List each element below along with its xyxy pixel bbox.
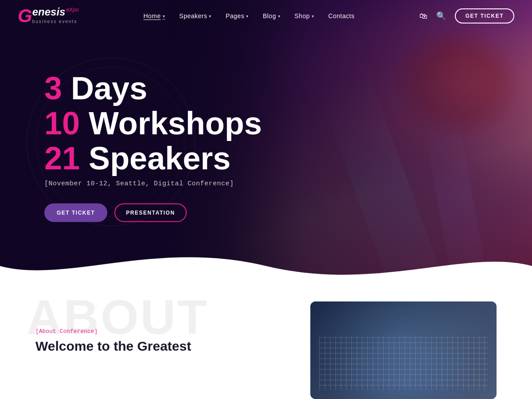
hero-text-days: Days	[71, 70, 147, 106]
chevron-down-icon: ▾	[246, 14, 249, 19]
about-title: Welcome to the Greatest	[35, 338, 275, 354]
chevron-down-icon: ▾	[163, 14, 165, 19]
logo-expo: eXpo	[66, 7, 78, 13]
hero-num-speakers: 21	[44, 141, 80, 176]
nav-link-contacts[interactable]: Contacts	[328, 12, 354, 20]
nav-link-blog[interactable]: Blog ▾	[263, 12, 281, 20]
nav-item-pages[interactable]: Pages ▾	[226, 12, 249, 20]
nav-item-contacts[interactable]: Contacts	[328, 12, 354, 20]
wave-divider	[0, 239, 532, 284]
logo-enesis: enesis	[32, 7, 66, 17]
hero-text-speakers: Speakers	[89, 141, 231, 176]
hero-num-workshops: 10	[44, 106, 80, 141]
nav-link-home[interactable]: Home ▾	[143, 12, 165, 20]
hero-buttons: GET TICKET PRESENTATION	[44, 203, 262, 222]
logo-g: G	[18, 7, 32, 25]
logo-sub: business events	[32, 19, 79, 24]
nav-links: Home ▾ Speakers ▾ Pages ▾ Blog ▾ Shop	[143, 12, 354, 20]
about-left: ABOUT [About Conference] Welcome to the …	[35, 301, 275, 354]
hero-section: 3 Days 10 Workshops 21 Speakers [Novembe…	[0, 0, 532, 284]
hero-line-2: 10 Workshops	[44, 106, 262, 141]
about-image	[310, 301, 497, 399]
get-ticket-button[interactable]: GET TICKET	[44, 203, 107, 222]
nav-link-pages[interactable]: Pages ▾	[226, 12, 249, 20]
nav-item-home[interactable]: Home ▾	[143, 12, 165, 20]
nav-link-shop[interactable]: Shop ▾	[294, 12, 314, 20]
hero-num-days: 3	[44, 70, 62, 106]
about-img-bg	[310, 301, 497, 399]
about-label: [About Conference]	[35, 328, 275, 335]
about-section: ABOUT [About Conference] Welcome to the …	[0, 284, 532, 399]
nav-item-blog[interactable]: Blog ▾	[263, 12, 281, 20]
presentation-button[interactable]: PRESENTATION	[114, 203, 186, 222]
hero-line-3: 21 Speakers	[44, 141, 262, 176]
hero-text-workshops: Workshops	[89, 106, 262, 141]
chevron-down-icon: ▾	[209, 14, 211, 19]
nav-get-ticket-button[interactable]: GET TICKET	[455, 8, 514, 23]
navbar: G enesis eXpo business events Home ▾ Spe…	[0, 0, 532, 32]
nav-item-shop[interactable]: Shop ▾	[294, 12, 314, 20]
hero-line-1: 3 Days	[44, 71, 262, 106]
chevron-down-icon: ▾	[312, 14, 314, 19]
search-icon[interactable]: 🔍	[436, 11, 446, 21]
about-img-glow	[310, 321, 497, 399]
hero-heading: 3 Days 10 Workshops 21 Speakers	[44, 71, 262, 176]
nav-link-speakers[interactable]: Speakers ▾	[179, 12, 211, 20]
hero-content: 3 Days 10 Workshops 21 Speakers [Novembe…	[44, 62, 262, 222]
hero-tagline: [November 10-12, Seattle, Digital Confer…	[44, 180, 262, 187]
cart-icon[interactable]: 🛍	[419, 12, 427, 21]
about-img-texture	[319, 337, 488, 390]
logo[interactable]: G enesis eXpo business events	[18, 7, 78, 25]
chevron-down-icon: ▾	[278, 14, 281, 19]
nav-icons: 🛍 🔍 GET TICKET	[419, 8, 514, 23]
nav-item-speakers[interactable]: Speakers ▾	[179, 12, 211, 20]
